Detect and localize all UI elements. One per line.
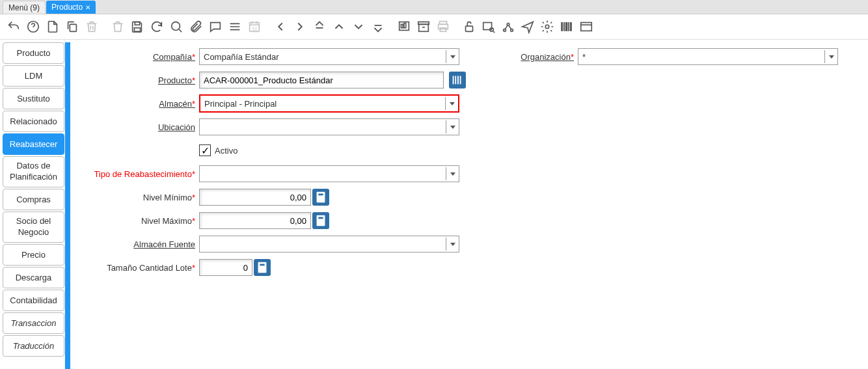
delete-icon <box>83 18 100 35</box>
down-icon[interactable] <box>350 18 367 35</box>
chevron-down-icon[interactable] <box>445 97 458 110</box>
sidebar-item-compras[interactable]: Compras <box>3 189 64 210</box>
label-location: Ubicación <box>86 122 195 132</box>
svg-rect-30 <box>460 76 461 85</box>
report-icon[interactable] <box>396 18 413 35</box>
svg-rect-34 <box>318 217 323 219</box>
svg-text:31: 31 <box>252 26 257 32</box>
svg-point-4 <box>172 22 180 31</box>
combo-company[interactable]: Compañía Estándar <box>199 48 459 65</box>
sidebar-item-planificacion[interactable]: Datos de Planificación <box>3 156 64 187</box>
prev-icon[interactable] <box>272 18 289 35</box>
lock-icon[interactable] <box>461 18 478 35</box>
calc-button-min[interactable] <box>312 189 329 206</box>
product-lookup-button[interactable] <box>449 72 466 89</box>
sidebar-item-sustituto[interactable]: Sustituto <box>3 88 64 109</box>
label-active: Activo <box>215 146 237 156</box>
attach-icon[interactable] <box>187 18 204 35</box>
label-warehouse: Almacén* <box>86 99 195 109</box>
first-icon[interactable] <box>311 18 328 35</box>
svg-rect-26 <box>581 23 592 31</box>
workflow-icon[interactable] <box>500 18 517 35</box>
chevron-down-icon[interactable] <box>446 120 459 133</box>
svg-rect-33 <box>317 215 325 226</box>
sidebar-item-ldm[interactable]: LDM <box>3 65 64 87</box>
svg-rect-3 <box>134 28 140 32</box>
svg-rect-22 <box>563 23 564 31</box>
chevron-down-icon[interactable] <box>446 238 459 251</box>
svg-rect-28 <box>455 76 456 85</box>
svg-rect-10 <box>419 24 429 31</box>
sidebar-item-precio[interactable]: Precio <box>3 244 64 266</box>
combo-organization[interactable]: * <box>578 48 838 65</box>
next-icon[interactable] <box>292 18 308 35</box>
calc-button-max[interactable] <box>312 212 329 229</box>
svg-rect-31 <box>317 192 325 203</box>
label-source-wh: Almacén Fuente <box>86 239 195 249</box>
label-lot-qty: Tamaño Cantidad Lote* <box>86 263 195 273</box>
svg-rect-36 <box>260 264 264 266</box>
svg-rect-13 <box>440 28 446 32</box>
label-organization: Organización* <box>515 52 574 62</box>
combo-location[interactable] <box>199 118 459 135</box>
chevron-down-icon[interactable] <box>446 167 459 180</box>
label-replenish-type: Tipo de Reabastecimiento* <box>86 169 195 179</box>
combo-replenish-type[interactable] <box>199 165 459 182</box>
tab-menu[interactable]: Menú (9) <box>3 1 46 14</box>
sidebar-item-transaccion[interactable]: Transaccion <box>3 312 64 334</box>
chevron-down-icon[interactable] <box>446 50 459 63</box>
input-lot-qty[interactable] <box>199 259 252 276</box>
svg-rect-14 <box>466 26 473 31</box>
combo-warehouse[interactable]: Principal - Principal <box>199 94 459 113</box>
input-min-level[interactable] <box>199 189 311 206</box>
svg-rect-27 <box>453 76 454 85</box>
print-icon <box>435 18 452 35</box>
label-product: Producto* <box>86 75 195 85</box>
svg-rect-29 <box>457 76 459 85</box>
svg-rect-9 <box>404 23 406 28</box>
close-icon[interactable]: ✕ <box>85 4 90 11</box>
help-icon[interactable] <box>25 18 42 35</box>
svg-rect-1 <box>70 24 76 31</box>
chevron-down-icon[interactable] <box>824 50 837 63</box>
sidebar-item-contabilidad[interactable]: Contabilidad <box>3 290 64 311</box>
svg-rect-23 <box>565 23 567 31</box>
sidebar-item-socio[interactable]: Socio del Negocio <box>3 212 64 243</box>
svg-rect-2 <box>135 22 139 25</box>
svg-rect-32 <box>318 194 323 196</box>
svg-rect-8 <box>401 24 403 28</box>
gear-icon[interactable] <box>539 18 556 35</box>
svg-point-19 <box>511 29 513 32</box>
copy-icon[interactable] <box>64 18 81 35</box>
archive-icon[interactable] <box>415 18 432 35</box>
sidebar-item-descarga[interactable]: Descarga <box>3 267 64 288</box>
refresh-icon[interactable] <box>148 18 165 35</box>
send-icon[interactable] <box>519 18 536 35</box>
window-icon[interactable] <box>578 18 595 35</box>
new-icon[interactable] <box>44 18 61 35</box>
sidebar-item-relacionado[interactable]: Relacionado <box>3 111 64 132</box>
calc-button-lot[interactable] <box>254 259 271 276</box>
up-icon[interactable] <box>331 18 347 35</box>
zoom-icon[interactable] <box>480 18 497 35</box>
save-icon[interactable] <box>129 18 146 35</box>
label-max-level: Nivel Máximo* <box>86 216 195 226</box>
svg-rect-35 <box>258 262 267 273</box>
search-icon[interactable] <box>168 18 185 35</box>
last-icon[interactable] <box>370 18 387 35</box>
checkbox-active[interactable]: ✓ <box>199 144 211 156</box>
sidebar-item-reabastecer[interactable]: Reabastecer <box>3 133 64 155</box>
label-min-level: Nivel Mínimo* <box>86 193 195 202</box>
svg-point-20 <box>545 25 549 29</box>
combo-source-wh[interactable] <box>199 236 459 253</box>
tab-product[interactable]: Producto ✕ <box>46 1 96 14</box>
input-product[interactable] <box>199 72 444 89</box>
barcode-icon[interactable] <box>558 18 575 35</box>
input-max-level[interactable] <box>199 212 311 229</box>
chat-icon[interactable] <box>207 18 224 35</box>
sidebar-item-producto[interactable]: Producto <box>3 42 64 64</box>
undo-icon[interactable] <box>5 18 22 35</box>
sidebar-item-traduccion[interactable]: Traducción <box>3 335 64 357</box>
grid-icon[interactable] <box>226 18 243 35</box>
svg-rect-24 <box>569 23 569 31</box>
